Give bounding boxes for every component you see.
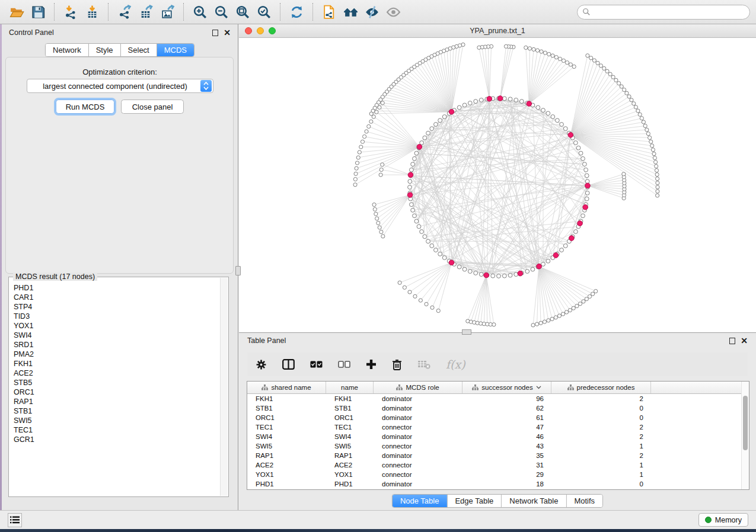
network-selected-node[interactable] [487,97,492,102]
mcds-scrollbar-track[interactable] [220,278,228,496]
network-node[interactable] [560,123,564,127]
network-node[interactable] [582,300,585,303]
network-node[interactable] [425,302,428,306]
network-node[interactable] [651,148,655,152]
network-node[interactable] [594,289,598,293]
table-row[interactable]: RAP1RAP1dominator352 [247,451,749,460]
network-node[interactable] [569,63,572,66]
mcds-result-item[interactable]: STB5 [14,378,220,387]
network-node[interactable] [457,265,461,269]
memory-button[interactable]: Memory [698,513,748,527]
network-node[interactable] [602,66,606,70]
network-node[interactable] [585,174,589,178]
network-node[interactable] [514,98,518,102]
network-selected-node[interactable] [568,133,573,138]
network-node[interactable] [554,56,558,59]
zoom-out-icon[interactable] [210,2,232,21]
network-selected-node[interactable] [578,221,583,226]
settings-icon[interactable] [256,359,267,370]
network-node[interactable] [608,72,612,76]
column-header-predecessor-nodes[interactable]: predecessor nodes [551,382,651,393]
close-window-icon[interactable] [245,27,252,34]
table-row[interactable]: SWI4SWI4dominator462 [247,432,749,441]
network-node[interactable] [656,181,659,185]
network-node[interactable] [572,306,575,310]
network-node[interactable] [367,124,371,128]
zoom-selected-icon[interactable] [253,2,275,21]
network-node[interactable] [528,47,531,50]
network-node[interactable] [356,156,360,159]
network-node[interactable] [408,290,412,294]
network-node[interactable] [502,97,506,101]
import-table-icon[interactable] [81,2,103,21]
mcds-result-item[interactable]: PMA2 [14,350,220,359]
network-node[interactable] [630,98,633,102]
network-node[interactable] [565,61,569,65]
network-node[interactable] [640,116,643,120]
select-all-icon[interactable] [310,361,323,368]
network-node[interactable] [381,101,384,105]
network-node[interactable] [375,217,379,220]
network-node[interactable] [535,322,538,326]
network-node[interactable] [504,44,508,48]
network-node[interactable] [502,274,506,278]
table-row[interactable]: ORC1ORC1dominator610 [247,413,749,422]
float-panel-icon[interactable] [729,338,735,344]
network-selected-node[interactable] [537,264,542,269]
table-row[interactable]: PHD1PHD1dominator180 [247,479,749,489]
network-selected-node[interactable] [449,260,454,265]
network-node[interactable] [588,294,591,298]
table-tab-node-table[interactable]: Node Table [393,495,448,507]
network-node[interactable] [543,320,546,323]
network-node[interactable] [479,273,483,277]
network-node[interactable] [419,299,422,302]
table-tab-edge-table[interactable]: Edge Table [447,495,502,507]
search-input[interactable] [591,6,745,18]
network-node[interactable] [379,230,383,233]
close-panel-icon[interactable]: ✕ [224,28,231,37]
network-node[interactable] [627,95,631,98]
export-document-icon[interactable] [318,2,340,21]
network-node[interactable] [430,244,434,248]
minimize-window-icon[interactable] [257,27,264,34]
export-table-icon[interactable] [135,2,157,21]
network-node[interactable] [535,49,539,52]
network-node[interactable] [381,163,384,166]
network-node[interactable] [578,302,582,306]
network-node[interactable] [430,127,434,131]
network-node[interactable] [563,244,567,248]
mcds-result-item[interactable]: STP4 [14,302,220,312]
mcds-result-item[interactable]: GCR1 [14,435,220,444]
network-selected-node[interactable] [484,273,489,278]
network-node[interactable] [586,54,589,57]
mcds-result-item[interactable]: CAR1 [14,293,220,302]
network-selected-node[interactable] [407,193,413,198]
network-node[interactable] [655,165,658,168]
column-header-successor-nodes[interactable]: successor nodes [462,382,551,393]
network-selected-node[interactable] [417,145,422,150]
network-node[interactable] [468,101,472,105]
network-node[interactable] [365,130,368,133]
table-row[interactable]: STB1STB1dominator620 [247,403,749,413]
network-node[interactable] [438,118,442,123]
network-node[interactable] [572,65,576,68]
network-node[interactable] [408,180,412,184]
network-node[interactable] [420,230,424,234]
network-node[interactable] [605,69,609,73]
network-node[interactable] [409,203,413,207]
network-node[interactable] [457,105,461,110]
network-node[interactable] [423,235,427,239]
network-node[interactable] [408,185,412,190]
column-header-name[interactable]: name [326,382,374,393]
network-node[interactable] [414,151,419,155]
network-node[interactable] [536,105,540,110]
network-node[interactable] [655,173,659,177]
network-node[interactable] [645,128,649,132]
network-selected-node[interactable] [408,172,413,178]
network-node[interactable] [611,75,615,79]
network-node[interactable] [649,140,653,143]
sort-chevron-icon[interactable] [536,386,541,389]
mcds-result-item[interactable]: STB1 [14,406,220,416]
network-node[interactable] [373,207,377,211]
table-scrollbar-track[interactable] [741,382,749,489]
